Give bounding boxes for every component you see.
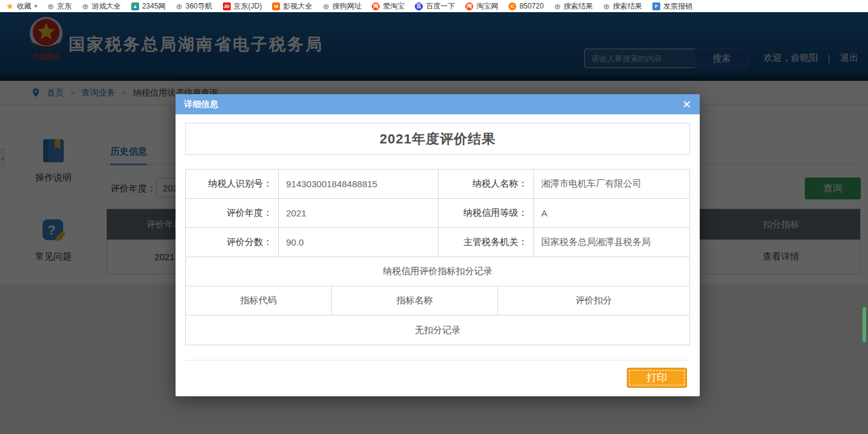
- column-evaluation-deduction: 评价扣分: [498, 286, 689, 315]
- bookmark-850720[interactable]: C 850720: [508, 2, 544, 10]
- page-body: 中国税务 国家税务总局湖南省电子税务局 搜索 欢迎，俞晓阳 | 退出 首页 > …: [0, 12, 868, 434]
- bookmark-aitaobao[interactable]: 淘 爱淘宝: [372, 1, 405, 12]
- bookmark-label: 淘宝网: [476, 1, 498, 12]
- evaluation-year-label: 评价年度：: [186, 199, 279, 227]
- result-heading: 2021年度评价结果: [380, 130, 496, 148]
- 2345-icon: ▲: [131, 2, 139, 10]
- column-indicator-name: 指标名称: [332, 286, 498, 315]
- table-row: 纳税信用评价指标扣分记录: [186, 257, 689, 286]
- column-indicator-code: 指标代码: [186, 286, 332, 315]
- evaluation-score-value: 90.0: [279, 228, 439, 257]
- globe-icon: ⊕: [47, 2, 54, 10]
- globe-icon: ⊕: [554, 2, 561, 10]
- taobao-icon: 淘: [465, 2, 473, 10]
- table-row: 纳税人识别号： 914303001848488815 纳税人名称： 湘潭市电机车…: [186, 170, 689, 199]
- bookmarks-bar: ★ 收藏 ▾ ⊕ 京东 ⊕ 游戏大全 ▲ 2345网 ⊕ 360导航 JD 京东…: [0, 0, 868, 12]
- taobao-icon: 淘: [372, 2, 380, 10]
- bookmark-label: 2345网: [142, 1, 166, 12]
- taxpayer-id-label: 纳税人识别号：: [186, 170, 279, 198]
- taxpayer-name-value: 湘潭市电机车厂有限公司: [534, 170, 689, 198]
- scrollbar-thumb[interactable]: [863, 307, 866, 342]
- table-row: 评价年度： 2021 纳税信用等级： A: [186, 199, 689, 228]
- baidu-icon: 百: [415, 2, 423, 10]
- tax-authority-value: 国家税务总局湘潭县税务局: [534, 228, 689, 257]
- result-heading-box: 2021年度评价结果: [185, 123, 690, 155]
- bookmark-taobao[interactable]: 淘 淘宝网: [465, 1, 498, 12]
- bookmark-invoice[interactable]: F 发票报销: [652, 1, 692, 12]
- modal-footer-divider: [185, 360, 690, 360]
- bookmark-label: 850720: [519, 2, 544, 10]
- bookmark-label: 京东(JD): [234, 1, 262, 12]
- bookmark-search-result-1[interactable]: ⊕ 搜索结果: [554, 1, 593, 12]
- bookmark-label: 搜索结果: [564, 1, 593, 12]
- no-deduction-record-text: 无扣分记录: [186, 315, 689, 345]
- jd-icon: JD: [223, 2, 231, 10]
- evaluation-info-table: 纳税人识别号： 914303001848488815 纳税人名称： 湘潭市电机车…: [185, 169, 690, 345]
- bookmark-label: 百度一下: [426, 1, 455, 12]
- print-button[interactable]: 打印: [627, 368, 687, 388]
- bookmark-video[interactable]: M 影视大全: [272, 1, 312, 12]
- bookmark-label: 收藏: [17, 1, 32, 12]
- bookmark-2345[interactable]: ▲ 2345网: [131, 1, 166, 12]
- bookmark-label: 发票报销: [663, 1, 692, 12]
- bookmark-baidu[interactable]: 百 百度一下: [415, 1, 455, 12]
- modal-title: 详细信息: [184, 99, 218, 110]
- detail-modal: 详细信息 ✕ 2021年度评价结果 纳税人识别号： 91430300184848…: [176, 94, 700, 396]
- credit-grade-value: A: [534, 199, 689, 227]
- bookmark-jingdong[interactable]: ⊕ 京东: [47, 1, 72, 12]
- swirl-icon: C: [508, 2, 516, 10]
- globe-icon: ⊕: [603, 2, 610, 10]
- star-icon: ★: [6, 2, 14, 10]
- bookmark-search-result-2[interactable]: ⊕ 搜索结果: [603, 1, 642, 12]
- bookmark-jd[interactable]: JD 京东(JD): [223, 1, 262, 12]
- bookmark-label: 爱淘宝: [383, 1, 405, 12]
- modal-titlebar: 详细信息 ✕: [176, 94, 700, 114]
- bookmark-games[interactable]: ⊕ 游戏大全: [82, 1, 121, 12]
- invoice-icon: F: [652, 2, 660, 10]
- chevron-down-icon: ▾: [35, 3, 38, 9]
- table-row: 评价分数： 90.0 主管税务机关： 国家税务总局湘潭县税务局: [186, 228, 689, 257]
- bookmark-label: 360导航: [186, 1, 213, 12]
- table-row: 指标代码 指标名称 评价扣分: [186, 286, 689, 315]
- bookmark-favorites[interactable]: ★ 收藏 ▾: [6, 1, 37, 12]
- close-icon[interactable]: ✕: [682, 99, 691, 110]
- bookmark-label: 影视大全: [283, 1, 312, 12]
- taxpayer-name-label: 纳税人名称：: [439, 170, 534, 198]
- globe-icon: ⊕: [176, 2, 183, 10]
- credit-grade-label: 纳税信用等级：: [439, 199, 534, 227]
- bookmark-label: 搜索结果: [613, 1, 642, 12]
- bookmark-360nav[interactable]: ⊕ 360导航: [176, 1, 213, 12]
- bookmark-label: 京东: [57, 1, 72, 12]
- bookmark-label: 搜狗网址: [332, 1, 361, 12]
- evaluation-year-value: 2021: [279, 199, 439, 227]
- globe-icon: ⊕: [82, 2, 89, 10]
- table-row: 无扣分记录: [186, 315, 689, 345]
- screen: ★ 收藏 ▾ ⊕ 京东 ⊕ 游戏大全 ▲ 2345网 ⊕ 360导航 JD 京东…: [0, 0, 868, 434]
- video-icon: M: [272, 2, 280, 10]
- bookmark-label: 游戏大全: [92, 1, 121, 12]
- bookmark-sogou[interactable]: ⊕ 搜狗网址: [323, 1, 361, 12]
- taxpayer-id-value: 914303001848488815: [279, 170, 439, 198]
- tax-authority-label: 主管税务机关：: [439, 228, 534, 257]
- evaluation-score-label: 评价分数：: [186, 228, 279, 257]
- deduction-section-title: 纳税信用评价指标扣分记录: [186, 257, 689, 286]
- globe-icon: ⊕: [323, 2, 329, 10]
